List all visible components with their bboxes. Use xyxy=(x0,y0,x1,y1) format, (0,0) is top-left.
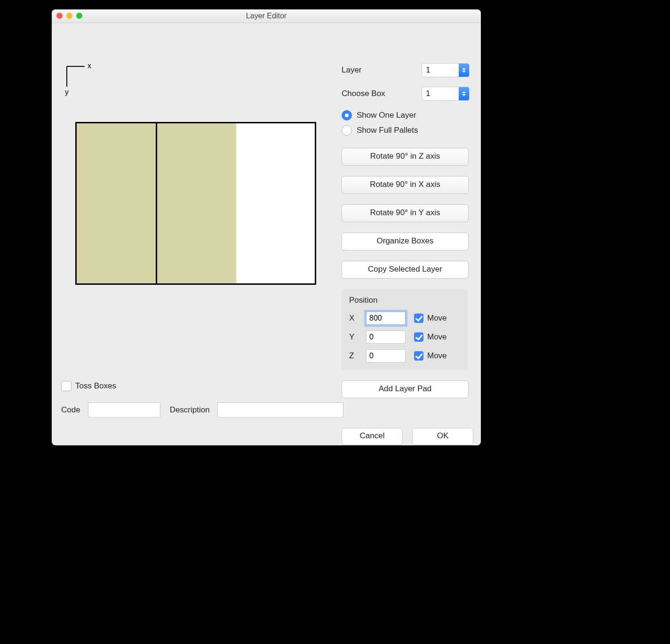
cancel-button[interactable]: Cancel xyxy=(342,428,403,445)
choose-box-label: Choose Box xyxy=(342,89,422,98)
rotate-y-button[interactable]: Rotate 90° in Y axis xyxy=(342,204,469,222)
position-y-move-checkbox[interactable] xyxy=(414,332,423,342)
position-title: Position xyxy=(349,296,460,305)
window-controls xyxy=(56,13,82,19)
position-x-input[interactable] xyxy=(366,312,406,325)
axis-x-label: x xyxy=(88,62,91,70)
window-title: Layer Editor xyxy=(246,12,287,20)
axes-indicator: x y xyxy=(61,61,94,98)
show-one-layer-radio[interactable] xyxy=(342,110,352,121)
position-z-move-checkbox[interactable] xyxy=(414,351,423,361)
code-input[interactable] xyxy=(88,402,160,418)
show-one-layer-label: Show One Layer xyxy=(357,111,416,120)
axis-y-label: y xyxy=(65,88,69,96)
position-z-label: Z xyxy=(349,351,366,361)
layer-canvas[interactable] xyxy=(75,122,316,285)
box-1[interactable] xyxy=(77,123,157,283)
add-layer-pad-button[interactable]: Add Layer Pad xyxy=(342,380,469,398)
dialog-buttons: Cancel OK xyxy=(342,428,473,445)
position-z-move-label: Move xyxy=(427,351,447,361)
organize-boxes-button[interactable]: Organize Boxes xyxy=(342,233,469,250)
position-z-input[interactable] xyxy=(366,349,406,362)
position-y-label: Y xyxy=(349,332,366,342)
toss-boxes-label: Toss Boxes xyxy=(75,381,116,391)
zoom-icon[interactable] xyxy=(76,13,82,19)
chevron-up-down-icon xyxy=(459,64,469,77)
choose-box-select[interactable]: 1 xyxy=(422,87,470,101)
chevron-up-down-icon xyxy=(459,87,469,100)
description-input[interactable] xyxy=(217,402,343,418)
position-x-label: X xyxy=(349,314,366,323)
code-label: Code xyxy=(61,405,80,415)
description-label: Description xyxy=(170,405,210,415)
content: x y Layer 1 Choose Box 1 xyxy=(52,23,481,445)
box-2[interactable] xyxy=(157,123,236,283)
copy-selected-layer-button[interactable]: Copy Selected Layer xyxy=(342,261,469,279)
rotate-z-button[interactable]: Rotate 90° in Z axis xyxy=(342,148,469,166)
show-full-pallets-label: Show Full Pallets xyxy=(357,126,418,135)
toss-boxes-checkbox[interactable] xyxy=(61,381,72,391)
bottom-left-controls: Toss Boxes Code Description xyxy=(61,381,343,418)
close-icon[interactable] xyxy=(56,13,63,19)
layer-select-value: 1 xyxy=(426,65,430,75)
choose-box-select-value: 1 xyxy=(426,89,430,98)
position-group: Position X Move Y Move Z Mov xyxy=(342,289,468,370)
layer-select[interactable]: 1 xyxy=(422,63,470,77)
position-y-input[interactable] xyxy=(366,330,406,344)
minimize-icon[interactable] xyxy=(66,13,72,19)
show-full-pallets-radio[interactable] xyxy=(342,125,352,136)
ok-button[interactable]: OK xyxy=(412,428,473,445)
position-x-move-label: Move xyxy=(427,314,447,323)
position-y-move-label: Move xyxy=(427,332,447,342)
position-x-move-checkbox[interactable] xyxy=(414,314,423,323)
layer-editor-window: Layer Editor x y Layer 1 Choose Box xyxy=(52,9,481,445)
layer-label: Layer xyxy=(342,65,422,75)
titlebar: Layer Editor xyxy=(52,9,481,23)
rotate-x-button[interactable]: Rotate 90° in X axis xyxy=(342,176,469,194)
right-panel: Layer 1 Choose Box 1 Show One Layer xyxy=(342,63,473,409)
